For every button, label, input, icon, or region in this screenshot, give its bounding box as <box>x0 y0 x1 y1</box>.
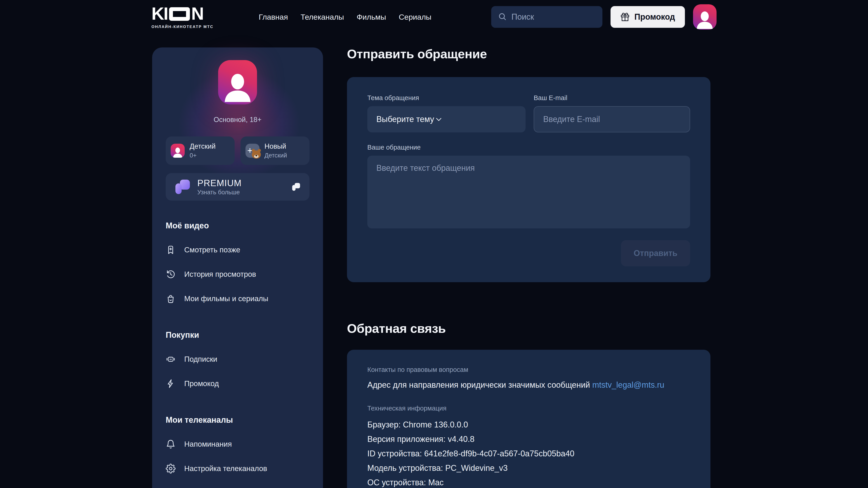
sidebar-item-label: Мои фильмы и сериалы <box>184 294 268 303</box>
header-right-group: Промокод <box>491 4 717 30</box>
watch-later-bookmark-icon <box>166 245 176 255</box>
logo-square-o-glyph <box>169 7 190 21</box>
lightning-icon <box>166 379 176 389</box>
nav-item-home[interactable]: Главная <box>258 13 288 22</box>
profile-chip-title: Новый <box>265 142 287 151</box>
current-profile-avatar[interactable] <box>218 60 257 104</box>
profile-chip-title: Детский <box>190 142 216 151</box>
sidebar-item-label: История просмотров <box>184 270 256 279</box>
subscriptions-icon <box>166 354 176 364</box>
account-avatar[interactable] <box>693 4 717 30</box>
tech-line-app-version: Версия приложения: v4.40.8 <box>367 432 690 447</box>
person-silhouette-icon <box>221 67 254 104</box>
gear-icon <box>166 464 176 474</box>
person-silhouette-icon <box>694 8 715 30</box>
search-input[interactable] <box>512 12 596 22</box>
sidebar-section-purchases: Покупки Подписки Промокод <box>152 330 323 389</box>
message-label: Ваше обращение <box>367 144 690 151</box>
support-request-form: Тема обращения Выберите тему Ваш E-mail <box>347 77 710 282</box>
premium-subtitle: Узнать больше <box>197 189 242 196</box>
logo-text-right: N <box>191 5 203 22</box>
kion-logo-wordmark: KI N <box>151 5 213 22</box>
current-profile-name: Основной, 18+ <box>152 116 323 124</box>
section-title: Мои телеканалы <box>166 415 309 425</box>
sidebar-item-history[interactable]: История просмотров <box>166 269 309 279</box>
sidebar-item-subscriptions[interactable]: Подписки <box>166 354 309 364</box>
topic-select[interactable]: Выберите тему <box>367 106 526 132</box>
chevron-down-icon <box>434 115 443 124</box>
legal-address-line: Адрес для направления юридически значимы… <box>367 380 690 390</box>
logo-text-left: KI <box>151 5 168 22</box>
person-silhouette-icon <box>172 146 184 158</box>
bell-icon <box>166 439 176 449</box>
nav-item-series[interactable]: Сериалы <box>399 13 432 22</box>
legal-email-link[interactable]: mtstv_legal@mts.ru <box>592 380 664 390</box>
sidebar-section-my-video: Моё видео Смотреть позже История просмот… <box>152 221 323 304</box>
section-title: Моё видео <box>166 221 309 230</box>
tech-line-device-id: ID устройства: 641e2fe8-df9b-4c07-a567-0… <box>367 447 690 461</box>
sidebar-item-channel-settings[interactable]: Настройка телеканалов <box>166 464 309 474</box>
sidebar-item-watch-later[interactable]: Смотреть позже <box>166 245 309 255</box>
email-label: Ваш E-mail <box>534 94 690 102</box>
teddy-bear-icon <box>252 151 261 159</box>
topic-label: Тема обращения <box>367 94 526 102</box>
sidebar-item-reminders[interactable]: Напоминания <box>166 439 309 449</box>
logo-subtitle: ОНЛАЙН-КИНОТЕАТР МТС <box>151 25 213 29</box>
search-box[interactable] <box>491 6 602 28</box>
add-kids-profile-bear-icon: + <box>246 144 259 158</box>
page-title: Отправить обращение <box>347 46 718 61</box>
sidebar-item-promo-code[interactable]: Промокод <box>166 379 309 389</box>
profile-chip-subtitle: Детский <box>265 152 287 160</box>
app-shell: KI N ОНЛАЙН-КИНОТЕАТР МТС Главная Телека… <box>151 0 717 488</box>
nav-item-tv-channels[interactable]: Телеканалы <box>301 13 344 22</box>
purchases-bag-icon <box>166 294 176 304</box>
feedback-info-card: Контакты по правовым вопросам Адрес для … <box>347 350 710 488</box>
tech-line-device-model: Модель устройства: PC_Widevine_v3 <box>367 461 690 475</box>
legal-address-text: Адрес для направления юридически значимы… <box>367 380 590 390</box>
premium-title: PREMIUM <box>197 178 242 188</box>
history-icon <box>166 269 176 279</box>
tech-info-block: Браузер: Chrome 136.0.0.0 Версия приложе… <box>367 418 690 488</box>
main-nav: Главная Телеканалы Фильмы Сериалы <box>258 13 431 22</box>
header: KI N ОНЛАЙН-КИНОТЕАТР МТС Главная Телека… <box>151 0 717 34</box>
submit-button[interactable]: Отправить <box>621 240 690 266</box>
legal-contacts-label: Контакты по правовым вопросам <box>367 366 690 373</box>
sidebar-item-label: Напоминания <box>184 440 232 449</box>
topic-select-value: Выберите тему <box>376 115 434 124</box>
nav-item-movies[interactable]: Фильмы <box>357 13 386 22</box>
sidebar-item-label: Подписки <box>184 355 217 363</box>
profile-chip-add-kids[interactable]: + Новый Детский <box>241 136 309 165</box>
kion-logo[interactable]: KI N ОНЛАЙН-КИНОТЕАТР МТС <box>151 5 213 29</box>
sidebar-item-label: Промокод <box>184 379 219 388</box>
sidebar-section-my-channels: Мои телеканалы Напоминания Наст <box>152 415 323 474</box>
sidebar-item-my-movies[interactable]: Мои фильмы и сериалы <box>166 294 309 304</box>
profile-chip-kids[interactable]: Детский 0+ <box>166 136 235 165</box>
tech-line-device-os: ОС устройства: Mac <box>367 475 690 488</box>
mts-premium-glyph-icon <box>292 183 301 191</box>
search-icon <box>498 12 506 22</box>
kids-profile-avatar <box>170 144 185 158</box>
tech-line-browser: Браузер: Chrome 136.0.0.0 <box>367 418 690 432</box>
premium-banner[interactable]: PREMIUM Узнать больше <box>166 173 309 201</box>
promo-button-label: Промокод <box>634 12 675 22</box>
gift-icon <box>620 12 629 22</box>
profile-switcher: Детский 0+ + Новый Детский <box>152 136 323 165</box>
mts-premium-logo <box>175 179 191 195</box>
tech-info-label: Техническая информация <box>367 404 690 412</box>
section-title: Покупки <box>166 330 309 340</box>
email-input[interactable] <box>534 106 690 132</box>
sidebar-item-label: Настройка телеканалов <box>184 464 267 473</box>
main-content: Отправить обращение Тема обращения Выбер… <box>347 0 718 488</box>
promo-code-button[interactable]: Промокод <box>611 6 685 28</box>
profile-sidebar: Основной, 18+ Детский 0+ + Новый Детск <box>152 47 323 488</box>
feedback-section-title: Обратная связь <box>347 321 718 336</box>
message-textarea[interactable] <box>367 156 690 228</box>
profile-chip-subtitle: 0+ <box>190 152 216 160</box>
sidebar-item-label: Смотреть позже <box>184 246 240 254</box>
